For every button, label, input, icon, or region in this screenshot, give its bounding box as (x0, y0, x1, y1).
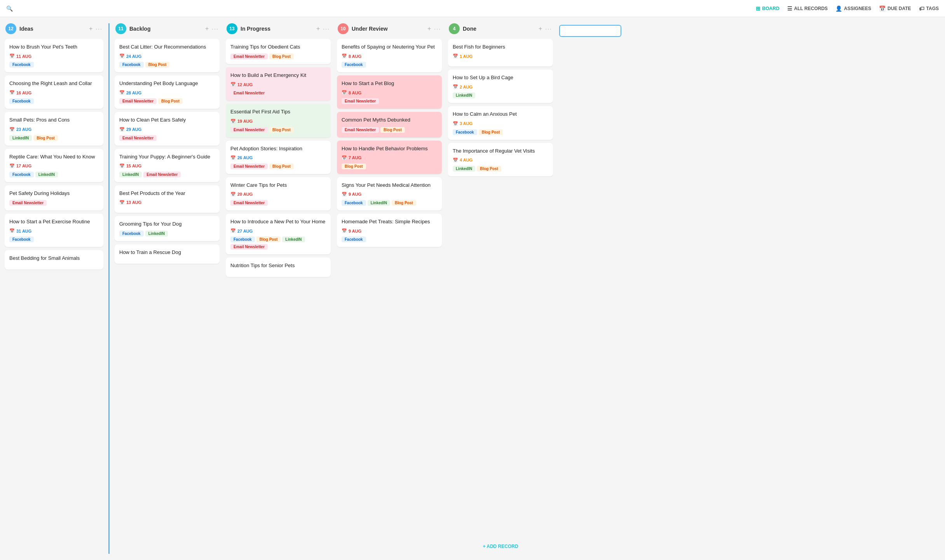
calendar-icon: 📅 (9, 127, 15, 132)
card-title: Best Pet Products of the Year (119, 190, 215, 197)
col-add-icon-backlog[interactable]: + (205, 25, 209, 32)
card-tags: LinkedIN (453, 92, 548, 98)
col-more-icon-in-progress[interactable]: ··· (323, 26, 330, 32)
card[interactable]: How to Introduce a New Pet to Your Home … (226, 214, 331, 254)
card[interactable]: Best Fish for Beginners 📅 1 AUG (448, 39, 553, 66)
card[interactable]: Winter Care Tips for Pets 📅 20 AUG Email… (226, 177, 331, 210)
card-title: Grooming Tips for Your Dog (119, 221, 215, 228)
tag: Blog Post (380, 127, 405, 133)
board: 12 Ideas + ··· How to Brush Your Pet's T… (0, 17, 945, 560)
col-actions-in-progress[interactable]: + ··· (316, 25, 330, 32)
card[interactable]: Pet Safety During HolidaysEmail Newslett… (5, 185, 103, 210)
card-date-value: 11 AUG (16, 54, 31, 59)
card[interactable]: Homemade Pet Treats: Simple Recipes 📅 9 … (337, 214, 442, 247)
top-action-assignees[interactable]: 👤 ASSIGNEES (835, 5, 871, 12)
tag: Email Newsletter (230, 163, 268, 169)
col-add-icon-in-progress[interactable]: + (316, 25, 320, 32)
tag: Facebook (9, 237, 34, 242)
card-title: Nutrition Tips for Senior Pets (230, 262, 326, 269)
tag: Blog Post (477, 166, 501, 172)
col-more-icon-under-review[interactable]: ··· (434, 26, 441, 32)
card[interactable]: Training Your Puppy: A Beginner's Guide … (115, 149, 220, 182)
tag: Facebook (230, 237, 255, 242)
card-tags: FacebookLinkedIN (9, 172, 99, 177)
card[interactable]: How to Clean Pet Ears Safely 📅 29 AUG Em… (115, 112, 220, 145)
card[interactable]: Understanding Pet Body Language 📅 28 AUG… (115, 75, 220, 109)
col-actions-ideas[interactable]: + ··· (89, 25, 103, 32)
col-add-icon-under-review[interactable]: + (427, 25, 431, 32)
calendar-icon: 📅 (230, 119, 236, 124)
due-date-label: DUE DATE (887, 6, 911, 11)
column-header-backlog: 11 Backlog + ··· (115, 23, 220, 34)
column-under-review: 10 Under Review + ··· Benefits of Spayin… (337, 23, 442, 554)
cards-backlog: Best Cat Litter: Our Recommendations 📅 2… (115, 39, 220, 554)
card[interactable]: How to Build a Pet Emergency Kit 📅 12 AU… (226, 67, 331, 101)
col-add-icon-ideas[interactable]: + (89, 25, 92, 32)
card[interactable]: How to Handle Pet Behavior Problems 📅 7 … (337, 141, 442, 174)
add-record-button[interactable]: + ADD RECORD (448, 539, 553, 554)
col-title-in-progress: In Progress (241, 26, 313, 32)
card-title: Small Pets: Pros and Cons (9, 117, 99, 123)
card[interactable]: Small Pets: Pros and Cons 📅 23 AUG Linke… (5, 112, 103, 145)
card-title: Training Your Puppy: A Beginner's Guide (119, 153, 215, 160)
card[interactable]: Signs Your Pet Needs Medical Attention 📅… (337, 177, 442, 210)
column-header-in-progress: 13 In Progress + ··· (226, 23, 331, 34)
card-date-value: 31 AUG (16, 229, 31, 233)
card[interactable]: The Importance of Regular Vet Visits 📅 4… (448, 143, 553, 176)
card-date-value: 24 AUG (126, 54, 141, 59)
col-more-icon-ideas[interactable]: ··· (96, 26, 103, 32)
card[interactable]: Best Cat Litter: Our Recommendations 📅 2… (115, 39, 220, 72)
card[interactable]: Common Pet Myths DebunkedEmail Newslette… (337, 112, 442, 137)
card-tags: Facebook (342, 62, 437, 68)
search-area[interactable]: 🔍 (6, 5, 15, 12)
card[interactable]: How to Set Up a Bird Cage 📅 2 AUG Linked… (448, 70, 553, 103)
all-records-icon: ☰ (787, 5, 792, 12)
top-action-all-records[interactable]: ☰ ALL RECORDS (787, 5, 828, 12)
card-title: Signs Your Pet Needs Medical Attention (342, 182, 437, 189)
col-count-badge-under-review: 10 (338, 23, 349, 34)
card-date-value: 4 AUG (460, 158, 472, 162)
card[interactable]: Best Bedding for Small Animals (5, 250, 103, 270)
card[interactable]: Training Tips for Obedient CatsEmail New… (226, 39, 331, 64)
tag: LinkedIN (368, 200, 390, 206)
card-title: Choosing the Right Leash and Collar (9, 80, 99, 87)
calendar-icon: 📅 (230, 192, 236, 197)
card[interactable]: Pet Adoption Stories: Inspiration 📅 26 A… (226, 141, 331, 174)
card-date-value: 26 AUG (237, 155, 253, 160)
card[interactable]: How to Brush Your Pet's Teeth 📅 11 AUG F… (5, 39, 103, 72)
card-title: How to Build a Pet Emergency Kit (230, 72, 326, 79)
col-actions-backlog[interactable]: + ··· (205, 25, 219, 32)
calendar-icon: 📅 (230, 82, 236, 87)
card-title: How to Start a Pet Blog (342, 80, 437, 87)
card[interactable]: How to Calm an Anxious Pet 📅 3 AUG Faceb… (448, 106, 553, 139)
card-date: 📅 29 AUG (119, 127, 215, 132)
card[interactable]: Nutrition Tips for Senior Pets (226, 257, 331, 277)
card[interactable]: Choosing the Right Leash and Collar 📅 16… (5, 75, 103, 109)
top-action-due-date[interactable]: 📅 DUE DATE (879, 5, 911, 12)
col-actions-done[interactable]: + ··· (539, 25, 552, 32)
card-date: 📅 9 AUG (342, 228, 437, 233)
card[interactable]: How to Start a Pet Blog 📅 8 AUG Email Ne… (337, 75, 442, 109)
col-actions-under-review[interactable]: + ··· (427, 25, 441, 32)
card-date-value: 13 AUG (126, 200, 141, 205)
new-column-input[interactable] (559, 25, 621, 37)
card-date: 📅 31 AUG (9, 228, 99, 233)
card[interactable]: Reptile Care: What You Need to Know 📅 17… (5, 149, 103, 182)
col-add-icon-done[interactable]: + (539, 25, 542, 32)
card[interactable]: How to Train a Rescue Dog (115, 244, 220, 264)
col-more-icon-done[interactable]: ··· (545, 26, 552, 32)
card[interactable]: Essential Pet First Aid Tips 📅 19 AUG Em… (226, 104, 331, 137)
top-action-board[interactable]: ⊞ BOARD (756, 5, 779, 12)
tag: Blog Post (392, 200, 416, 206)
card-date-value: 19 AUG (237, 119, 253, 123)
top-action-tags[interactable]: 🏷 TAGS (919, 5, 939, 12)
card-title: How to Brush Your Pet's Teeth (9, 43, 99, 50)
card[interactable]: How to Start a Pet Exercise Routine 📅 31… (5, 214, 103, 247)
new-column-input-area[interactable] (559, 23, 637, 554)
card-tags: Facebook (9, 98, 99, 104)
card[interactable]: Benefits of Spaying or Neutering Your Pe… (337, 39, 442, 72)
card-title: Homemade Pet Treats: Simple Recipes (342, 218, 437, 225)
col-more-icon-backlog[interactable]: ··· (212, 26, 219, 32)
card[interactable]: Grooming Tips for Your DogFacebookLinked… (115, 216, 220, 241)
card[interactable]: Best Pet Products of the Year 📅 13 AUG (115, 185, 220, 213)
